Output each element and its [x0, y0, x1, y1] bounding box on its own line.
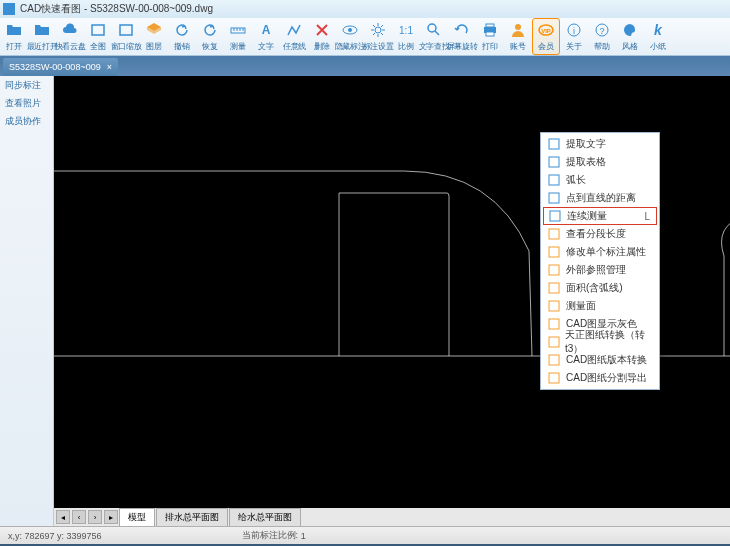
menu-measure-area[interactable]: 测量面 [543, 297, 657, 315]
full-label: 全图 [90, 40, 105, 51]
menu-xref-manage[interactable]: 外部参照管理 [543, 261, 657, 279]
file-tab-name: S5328SW-00-008~009 [9, 62, 101, 72]
hide-annot-label: 隐藏标注 [335, 40, 366, 51]
layout-tab-2[interactable]: 给水总平面图 [229, 508, 301, 526]
svg-rect-33 [549, 373, 559, 383]
tab-nav-last-icon[interactable]: ▸ [104, 510, 118, 524]
text-button[interactable]: A文字 [252, 18, 280, 55]
extract-text-icon [547, 137, 561, 151]
menu-extract-table[interactable]: 提取表格 [543, 153, 657, 171]
svg-rect-28 [549, 283, 559, 293]
file-tab[interactable]: S5328SW-00-008~009 × [3, 58, 118, 76]
sidebar-sync-annot[interactable]: 同步标注 [0, 76, 53, 94]
continuous-measure-icon [548, 209, 562, 223]
svg-rect-32 [549, 355, 559, 365]
cloud-label: 快看云盘 [55, 40, 86, 51]
help-button[interactable]: ?帮助 [588, 18, 616, 55]
svg-rect-10 [486, 24, 494, 27]
status-coords: x,y: 782697 y: 3399756 [8, 531, 102, 541]
menu-cad-version[interactable]: CAD图纸版本转换 [543, 351, 657, 369]
tips-button[interactable]: k小纸 [644, 18, 672, 55]
layer-button[interactable]: 图层 [140, 18, 168, 55]
print-label: 打印 [482, 40, 497, 51]
titlebar: CAD快速看图 - S5328SW-00-008~009.dwg [0, 0, 730, 18]
recent-button[interactable]: 最近打开 [28, 18, 56, 55]
svg-point-6 [375, 27, 381, 33]
main: 同步标注查看照片成员协作 ◂ ‹ › ▸ 模型 排水总平面图 给水总平面图 提取… [0, 76, 730, 526]
svg-rect-30 [549, 319, 559, 329]
svg-text:?: ? [599, 26, 604, 36]
arc-length-icon [547, 173, 561, 187]
point-line-dist-icon [547, 191, 561, 205]
tab-nav-next-icon[interactable]: › [88, 510, 102, 524]
svg-rect-20 [549, 139, 559, 149]
vip-label: 会员 [538, 40, 553, 51]
help-label: 帮助 [594, 40, 609, 51]
rotate-button[interactable]: 屏幕旋转 [448, 18, 476, 55]
svg-rect-0 [92, 25, 104, 35]
svg-rect-26 [549, 247, 559, 257]
annot-set-button[interactable]: 标注设置 [364, 18, 392, 55]
sidebar-member-collab[interactable]: 成员协作 [0, 112, 53, 130]
print-button[interactable]: 打印 [476, 18, 504, 55]
style-button[interactable]: 风格 [616, 18, 644, 55]
recent-label: 最近打开 [27, 40, 58, 51]
redo-label: 恢复 [202, 40, 217, 51]
open-label: 打开 [6, 40, 21, 51]
svg-point-5 [348, 28, 352, 32]
svg-rect-29 [549, 301, 559, 311]
layout-tab-model[interactable]: 模型 [119, 508, 155, 526]
polyline-label: 任意线 [283, 40, 306, 51]
full-button[interactable]: 全图 [84, 18, 112, 55]
annot-set-label: 标注设置 [363, 40, 394, 51]
menu-extract-text[interactable]: 提取文字 [543, 135, 657, 153]
menu-continuous-measure[interactable]: 连续测量L [543, 207, 657, 225]
delete-button[interactable]: 删除 [308, 18, 336, 55]
menu-edit-annot-prop[interactable]: 修改单个标注属性 [543, 243, 657, 261]
svg-text:i: i [573, 26, 575, 36]
menu-arc-length[interactable]: 弧长 [543, 171, 657, 189]
open-button[interactable]: 打开 [0, 18, 28, 55]
undo-button[interactable]: 撤销 [168, 18, 196, 55]
sidebar-view-image[interactable]: 查看照片 [0, 94, 53, 112]
menu-tz-convert[interactable]: 天正图纸转换（转t3） [543, 333, 657, 351]
cad-version-icon [547, 353, 561, 367]
hide-annot-button[interactable]: 隐藏标注 [336, 18, 364, 55]
svg-rect-25 [549, 229, 559, 239]
layout-tabs: ◂ ‹ › ▸ 模型 排水总平面图 给水总平面图 [54, 508, 730, 526]
delete-label: 删除 [314, 40, 329, 51]
cad-split-icon [547, 371, 561, 385]
menu-area-arc[interactable]: 面积(含弧线) [543, 279, 657, 297]
tab-nav-prev-icon[interactable]: ‹ [72, 510, 86, 524]
tab-nav-first-icon[interactable]: ◂ [56, 510, 70, 524]
xref-manage-icon [547, 263, 561, 277]
area-arc-icon [547, 281, 561, 295]
svg-text:A: A [262, 23, 271, 37]
measure-button[interactable]: 测量 [224, 18, 252, 55]
undo-label: 撤销 [174, 40, 189, 51]
scale-button[interactable]: 1:1比例 [392, 18, 420, 55]
status-scale: 当前标注比例: 1 [242, 529, 306, 542]
about-button[interactable]: i关于 [560, 18, 588, 55]
window-button[interactable]: 窗口缩放 [112, 18, 140, 55]
menu-cad-split[interactable]: CAD图纸分割导出 [543, 369, 657, 387]
toolbar: 打开最近打开快看云盘全图窗口缩放图层撤销恢复测量A文字任意线删除隐藏标注标注设置… [0, 18, 730, 56]
extract-table-icon [547, 155, 561, 169]
scale-label: 比例 [398, 40, 413, 51]
menu-segment-length[interactable]: 查看分段长度 [543, 225, 657, 243]
find-text-button[interactable]: 文字查找 [420, 18, 448, 55]
cloud-button[interactable]: 快看云盘 [56, 18, 84, 55]
vip-button[interactable]: VIP会员 [532, 18, 560, 55]
account-button[interactable]: 账号 [504, 18, 532, 55]
vip-dropdown-menu: 提取文字提取表格弧长点到直线的距离连续测量L查看分段长度修改单个标注属性外部参照… [540, 132, 660, 390]
menu-point-line-dist[interactable]: 点到直线的距离 [543, 189, 657, 207]
style-label: 风格 [622, 40, 637, 51]
measure-label: 测量 [230, 40, 245, 51]
polyline-button[interactable]: 任意线 [280, 18, 308, 55]
svg-rect-31 [549, 337, 559, 347]
measure-area-icon [547, 299, 561, 313]
file-tabbar: S5328SW-00-008~009 × [0, 56, 730, 76]
file-tab-close-icon[interactable]: × [107, 62, 112, 72]
layout-tab-1[interactable]: 排水总平面图 [156, 508, 228, 526]
redo-button[interactable]: 恢复 [196, 18, 224, 55]
